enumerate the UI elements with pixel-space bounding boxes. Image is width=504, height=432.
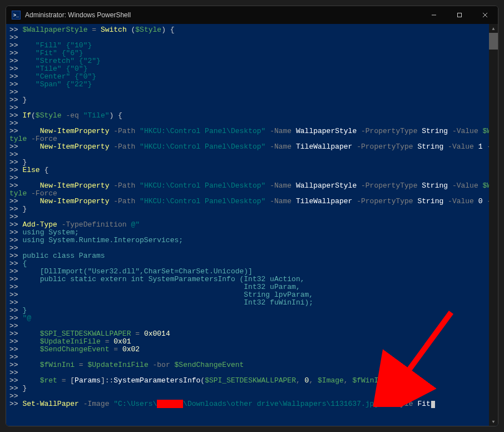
close-button[interactable]	[472, 6, 498, 24]
window-title: Administrator: Windows PowerShell	[25, 11, 421, 19]
powershell-icon: >_	[12, 11, 21, 19]
minimize-button[interactable]	[421, 6, 447, 24]
scroll-down-icon[interactable]: ▼	[489, 417, 498, 426]
scrollbar[interactable]: ▲ ▼	[489, 24, 498, 426]
scroll-thumb[interactable]	[489, 33, 498, 50]
redacted-username: XXXXXX	[157, 400, 183, 408]
scroll-up-icon[interactable]: ▲	[489, 24, 498, 33]
powershell-window: >_ Administrator: Windows PowerShell >> …	[6, 6, 498, 426]
titlebar[interactable]: >_ Administrator: Windows PowerShell	[6, 6, 498, 24]
terminal-body[interactable]: >> $WallpaperStyle = Switch ($Style) { >…	[6, 24, 498, 426]
text-cursor	[431, 401, 435, 408]
prompt: >>	[9, 26, 18, 34]
svg-rect-1	[458, 13, 462, 17]
maximize-button[interactable]	[447, 6, 472, 24]
